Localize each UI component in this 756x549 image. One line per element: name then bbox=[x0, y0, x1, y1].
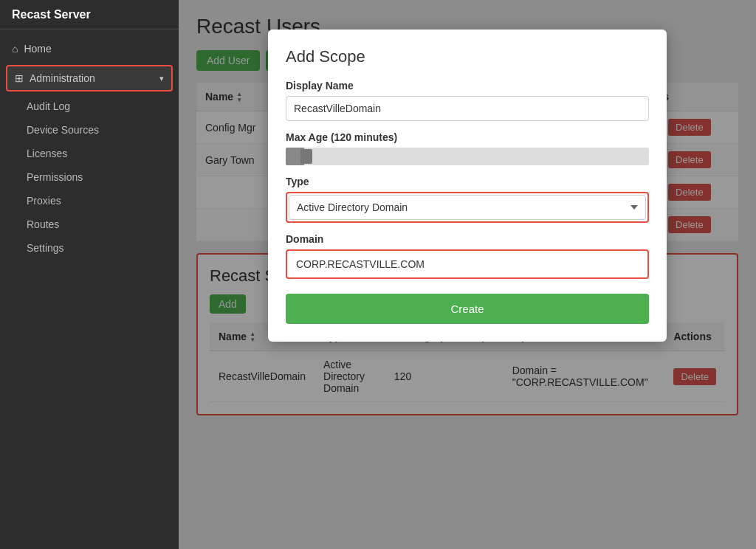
sidebar-item-proxies[interactable]: Proxies bbox=[0, 189, 179, 213]
type-select[interactable]: Active Directory Domain LDAP Azure AD bbox=[289, 195, 646, 220]
sidebar-nav: ⌂ Home ⊞ Administration ▾ Audit Log Devi… bbox=[0, 30, 179, 260]
sidebar-item-administration[interactable]: ⊞ Administration ▾ bbox=[6, 65, 173, 92]
display-name-group: Display Name bbox=[286, 80, 649, 121]
display-name-label: Display Name bbox=[286, 80, 649, 92]
sidebar-item-licenses[interactable]: Licenses bbox=[0, 142, 179, 165]
max-age-slider[interactable] bbox=[286, 148, 649, 165]
sidebar-item-audit-log[interactable]: Audit Log bbox=[0, 94, 179, 118]
main-content-area: Recast Users Add User Add Group Name ▲▼ bbox=[179, 0, 756, 549]
sidebar-item-home-label: Home bbox=[24, 43, 51, 55]
sidebar-item-home[interactable]: ⌂ Home bbox=[0, 35, 179, 62]
max-age-group: Max Age (120 minutes) bbox=[286, 131, 649, 165]
domain-label: Domain bbox=[286, 233, 649, 245]
chevron-down-icon: ▾ bbox=[159, 74, 164, 83]
slider-thumb bbox=[300, 149, 312, 164]
domain-group: Domain bbox=[286, 233, 649, 279]
modal-title: Add Scope bbox=[286, 47, 649, 66]
type-label: Type bbox=[286, 176, 649, 187]
display-name-input[interactable] bbox=[286, 96, 649, 121]
sidebar: Recast Server ⌂ Home ⊞ Administration ▾ … bbox=[0, 0, 179, 549]
sidebar-item-routes-label: Routes bbox=[27, 218, 59, 230]
sidebar-item-settings-label: Settings bbox=[27, 242, 64, 254]
sidebar-item-settings[interactable]: Settings bbox=[0, 236, 179, 260]
modal-overlay: Add Scope Display Name Max Age (120 minu… bbox=[179, 0, 756, 549]
sidebar-item-device-sources[interactable]: Device Sources bbox=[0, 118, 179, 142]
domain-input[interactable] bbox=[289, 252, 646, 276]
domain-input-wrapper bbox=[286, 249, 649, 279]
sidebar-item-admin-label: Administration bbox=[30, 72, 95, 84]
sidebar-item-routes[interactable]: Routes bbox=[0, 213, 179, 236]
sidebar-item-device-sources-label: Device Sources bbox=[27, 124, 99, 136]
sidebar-item-audit-log-label: Audit Log bbox=[27, 100, 70, 112]
sidebar-item-proxies-label: Proxies bbox=[27, 195, 61, 207]
add-scope-modal: Add Scope Display Name Max Age (120 minu… bbox=[268, 30, 667, 342]
app-title: Recast Server bbox=[0, 0, 179, 30]
home-icon: ⌂ bbox=[12, 43, 18, 55]
type-select-wrapper: Active Directory Domain LDAP Azure AD bbox=[286, 192, 649, 223]
sidebar-item-licenses-label: Licenses bbox=[27, 148, 67, 159]
sidebar-item-permissions-label: Permissions bbox=[27, 171, 83, 183]
type-group: Type Active Directory Domain LDAP Azure … bbox=[286, 176, 649, 223]
sidebar-item-permissions[interactable]: Permissions bbox=[0, 165, 179, 189]
create-button[interactable]: Create bbox=[286, 294, 649, 324]
max-age-label: Max Age (120 minutes) bbox=[286, 131, 649, 143]
grid-icon: ⊞ bbox=[15, 72, 24, 84]
